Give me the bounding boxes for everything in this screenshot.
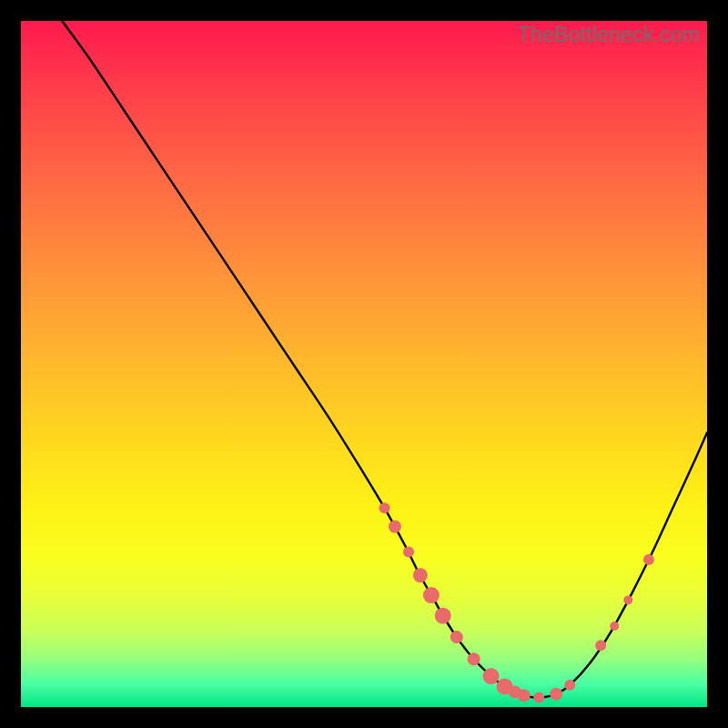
curve-marker — [468, 652, 480, 665]
curve-marker — [389, 521, 401, 533]
curve-marker — [403, 547, 414, 558]
chart-frame: TheBottleneck.com — [21, 21, 707, 707]
curve-marker — [435, 608, 451, 624]
curve-marker — [533, 692, 544, 703]
curve-marker — [564, 680, 575, 691]
curve-marker — [379, 502, 390, 513]
plot-area: TheBottleneck.com — [21, 21, 707, 707]
curve-marker — [623, 595, 632, 604]
curve-marker — [595, 640, 606, 651]
bottleneck-curve — [62, 21, 707, 698]
curve-marker — [610, 622, 619, 631]
curve-marker — [518, 689, 531, 702]
curve-marker — [643, 554, 654, 565]
curve-marker — [482, 668, 499, 684]
curve-markers — [379, 502, 654, 703]
curve-marker — [423, 587, 440, 603]
curve-marker — [413, 568, 428, 582]
curve-layer — [21, 21, 707, 707]
curve-marker — [550, 688, 562, 701]
curve-marker — [450, 631, 463, 643]
